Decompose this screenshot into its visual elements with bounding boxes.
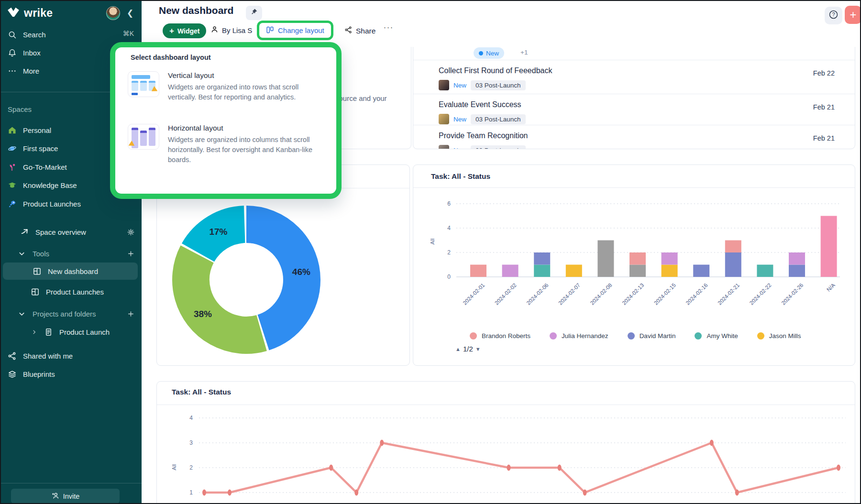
- task-status[interactable]: New: [453, 147, 466, 150]
- bar-segment[interactable]: [534, 252, 550, 265]
- dash-icon: [33, 267, 42, 276]
- question-icon: ?: [828, 10, 839, 22]
- bar-segment[interactable]: [502, 265, 519, 277]
- bell-icon: [8, 48, 17, 57]
- more-actions-button[interactable]: ···: [384, 23, 394, 31]
- line-data-point[interactable]: [583, 490, 587, 496]
- task-title: Provide Team Recognition: [439, 131, 528, 140]
- legend-pager[interactable]: ▲ 1/2 ▼: [455, 345, 481, 353]
- task-list-widget: New +1 Collect First Round of FeeedbackN…: [413, 34, 855, 149]
- status-label: New: [486, 50, 499, 57]
- vertical-layout-thumbnail-icon: [128, 71, 159, 97]
- more-icon: [8, 66, 17, 76]
- line-series: [204, 443, 839, 493]
- bar-segment[interactable]: [470, 265, 486, 277]
- layout-grid-icon: [266, 26, 274, 35]
- legend-item[interactable]: Jason Mills: [757, 332, 801, 340]
- line-data-point[interactable]: [710, 440, 714, 446]
- home-icon: [8, 126, 17, 135]
- stacked-bar-chart[interactable]: 0246All2024-02-012024-02-022024-02-06202…: [413, 188, 855, 331]
- task-folder-tag[interactable]: 03 Post-Launch: [471, 145, 526, 150]
- bar-segment[interactable]: [597, 241, 614, 277]
- sidebar-tools-header-label: Tools: [33, 250, 121, 258]
- bar-segment[interactable]: [821, 216, 837, 277]
- goto-icon: [20, 228, 29, 237]
- plus-icon: +: [169, 26, 174, 36]
- share-button[interactable]: Share: [344, 26, 375, 36]
- change-layout-button[interactable]: Change layout: [257, 21, 333, 40]
- line-data-point[interactable]: [202, 490, 206, 496]
- bar-x-label: 2024-02-26: [780, 282, 804, 306]
- line-data-point[interactable]: [228, 490, 232, 496]
- bar-segment[interactable]: [534, 265, 550, 277]
- legend-item[interactable]: Brandon Roberts: [470, 332, 530, 340]
- plus-icon: [127, 250, 135, 258]
- add-widget-button[interactable]: + Widget: [163, 23, 206, 38]
- bar-segment[interactable]: [662, 265, 678, 277]
- quick-add-button[interactable]: +: [845, 6, 861, 24]
- legend-item[interactable]: David Martin: [628, 332, 676, 340]
- user-avatar[interactable]: [106, 6, 120, 20]
- bar-segment[interactable]: [629, 265, 646, 277]
- sidebar-projects-header[interactable]: Projects and folders: [1, 305, 142, 322]
- invite-label: Invite: [63, 493, 80, 500]
- assignee-avatar[interactable]: [439, 80, 449, 90]
- collapse-sidebar-icon[interactable]: ❮: [124, 7, 136, 19]
- dashboard-author[interactable]: By Lisa S: [210, 25, 252, 35]
- task-folder-tag[interactable]: 03 Post-Launch: [471, 114, 526, 124]
- sidebar-item-new-dashboard[interactable]: New dashboard: [3, 263, 138, 280]
- line-data-point[interactable]: [837, 465, 840, 471]
- legend-item[interactable]: Julia Hernandez: [550, 332, 608, 340]
- task-status[interactable]: New: [453, 116, 466, 123]
- help-button[interactable]: ?: [825, 7, 842, 24]
- svg-text:All: All: [430, 239, 435, 245]
- bar-chart-widget: Task: All - Status 0246All2024-02-012024…: [413, 164, 855, 366]
- bar-segment[interactable]: [789, 252, 805, 265]
- assignee-avatar[interactable]: [439, 145, 449, 149]
- sidebar-item-product-launches-dashboard[interactable]: Product Launches: [1, 283, 142, 300]
- sidebar-item-product-launch[interactable]: Product Launch: [1, 323, 142, 340]
- line-data-point[interactable]: [380, 440, 384, 446]
- line-data-point[interactable]: [354, 490, 358, 496]
- line-data-point[interactable]: [558, 465, 562, 471]
- author-label: By Lisa S: [222, 26, 252, 34]
- line-data-point[interactable]: [735, 490, 739, 496]
- task-status[interactable]: New: [453, 82, 466, 89]
- task-row[interactable]: Collect First Round of FeeedbackNew03 Po…: [413, 60, 855, 94]
- bar-segment[interactable]: [566, 265, 582, 277]
- pin-button[interactable]: [246, 6, 262, 20]
- invite-button[interactable]: Invite: [11, 489, 120, 504]
- bar-x-label: 2024-02-16: [685, 282, 709, 306]
- sidebar-item-search[interactable]: Search: [1, 26, 142, 43]
- bar-x-label: 2024-02-08: [589, 282, 613, 306]
- line-data-point[interactable]: [329, 465, 333, 471]
- task-row[interactable]: Provide Team RecognitionNew03 Post-Launc…: [413, 125, 855, 149]
- option-horizontal-layout[interactable]: Horizontal layout Widgets are organized …: [128, 124, 327, 165]
- sidebar-item-blueprints[interactable]: Blueprints: [1, 365, 142, 383]
- bar-segment[interactable]: [725, 252, 741, 277]
- bar-segment[interactable]: [662, 252, 678, 265]
- line-data-point[interactable]: [507, 465, 511, 471]
- plus-icon: [127, 310, 135, 318]
- legend-color-dot: [628, 332, 635, 340]
- sidebar-tools-header[interactable]: Tools: [1, 245, 142, 262]
- assignee-avatar[interactable]: [439, 114, 449, 124]
- bar-segment[interactable]: [725, 241, 741, 253]
- bar-segment[interactable]: [693, 265, 709, 277]
- pager-up-icon[interactable]: ▲: [455, 346, 461, 352]
- bar-segment[interactable]: [757, 265, 773, 277]
- pager-down-icon[interactable]: ▼: [475, 346, 481, 352]
- sidebar-item-space-overview[interactable]: Space overview: [1, 223, 142, 241]
- legend-item[interactable]: Amy White: [695, 332, 738, 340]
- task-row[interactable]: Evaluate Event SuccessNew03 Post-LaunchF…: [413, 94, 855, 125]
- search-icon: [8, 30, 17, 39]
- donut-chart[interactable]: 46%38%17%: [157, 188, 409, 365]
- wrike-app-window: New dashboard + Widget By Lisa S Change …: [0, 0, 861, 504]
- task-title: Evaluate Event Success: [439, 100, 521, 109]
- bar-segment[interactable]: [629, 252, 646, 265]
- line-chart[interactable]: 1234All: [157, 405, 855, 504]
- sidebar-item-shared-with-me[interactable]: Shared with me: [1, 347, 142, 364]
- option-vertical-layout[interactable]: Vertical layout Widgets are organized in…: [128, 71, 327, 102]
- task-folder-tag[interactable]: 03 Post-Launch: [471, 80, 526, 90]
- bar-segment[interactable]: [789, 265, 805, 277]
